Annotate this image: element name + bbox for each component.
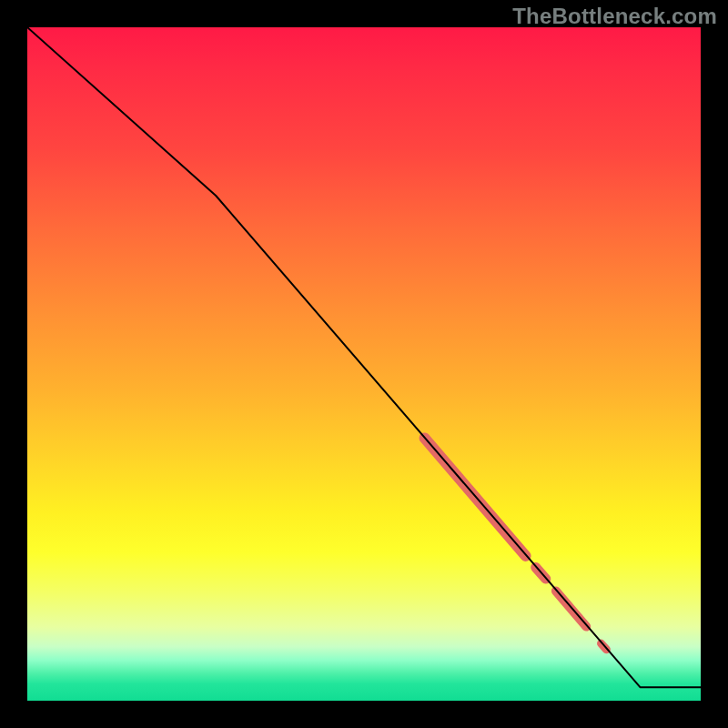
main-curve [27, 27, 701, 687]
watermark-text: TheBottleneck.com [512, 4, 717, 29]
chart-stage: TheBottleneck.com [0, 0, 728, 728]
chart-overlay [27, 27, 701, 701]
plot-area [27, 27, 701, 701]
